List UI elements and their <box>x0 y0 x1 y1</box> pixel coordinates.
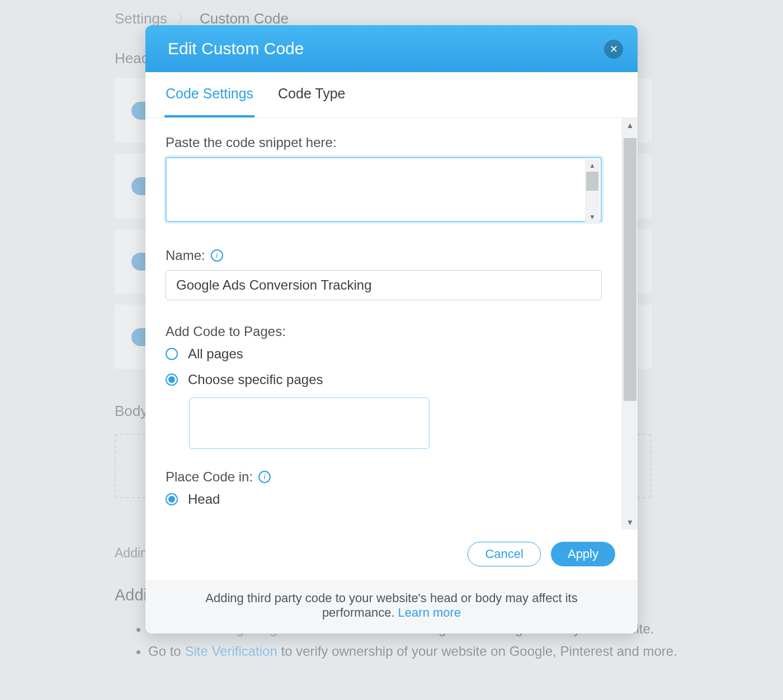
radio-place-head-label: Head <box>188 491 220 507</box>
radio-icon <box>166 493 178 505</box>
apply-button[interactable]: Apply <box>551 542 615 566</box>
paste-code-label: Paste the code snippet here: <box>166 135 602 150</box>
scroll-down-icon[interactable]: ▼ <box>626 515 634 529</box>
tab-code-settings[interactable]: Code Settings <box>164 72 254 117</box>
name-label-text: Name: <box>166 248 205 263</box>
tab-code-type[interactable]: Code Type <box>277 72 346 117</box>
modal-tabs: Code Settings Code Type <box>145 72 638 118</box>
name-input[interactable] <box>166 270 602 300</box>
radio-all-pages[interactable]: All pages <box>166 346 602 362</box>
radio-icon <box>166 348 178 360</box>
place-code-label: Place Code in: i <box>166 469 602 485</box>
radio-icon <box>166 373 178 386</box>
scroll-thumb[interactable] <box>586 172 598 191</box>
scroll-up-icon[interactable]: ▲ <box>626 118 634 133</box>
close-icon: ✕ <box>610 43 618 55</box>
code-snippet-input[interactable] <box>166 157 602 222</box>
learn-more-link[interactable]: Learn more <box>398 606 461 619</box>
radio-specific-pages-label: Choose specific pages <box>188 372 323 387</box>
info-icon[interactable]: i <box>258 471 271 483</box>
modal-title: Edit Custom Code <box>168 39 304 58</box>
modal-actions: Cancel Apply <box>145 529 638 580</box>
edit-custom-code-modal: Edit Custom Code ✕ Code Settings Code Ty… <box>145 25 638 633</box>
textarea-scrollbar[interactable]: ▲ ▼ <box>585 159 600 223</box>
footer-note-text: Adding third party code to your website'… <box>205 591 577 619</box>
scroll-up-icon[interactable]: ▲ <box>585 159 600 172</box>
modal-footer-note: Adding third party code to your website'… <box>145 580 638 633</box>
modal-scrollbar[interactable]: ▲ ▼ <box>622 118 638 529</box>
add-to-pages-label: Add Code to Pages: <box>166 324 602 339</box>
name-label: Name: i <box>166 248 602 263</box>
cancel-button[interactable]: Cancel <box>468 542 540 566</box>
close-button[interactable]: ✕ <box>604 40 623 59</box>
modal-body: Paste the code snippet here: ▲ ▼ Name: i… <box>145 118 622 529</box>
radio-place-head[interactable]: Head <box>166 491 602 507</box>
radio-all-pages-label: All pages <box>188 346 243 362</box>
info-icon[interactable]: i <box>211 249 223 262</box>
place-code-label-text: Place Code in: <box>166 469 253 485</box>
radio-specific-pages[interactable]: Choose specific pages <box>166 372 602 387</box>
specific-pages-picker[interactable] <box>189 398 430 449</box>
scroll-down-icon[interactable]: ▼ <box>585 211 600 223</box>
scroll-thumb[interactable] <box>624 138 636 401</box>
modal-header: Edit Custom Code ✕ <box>145 25 638 72</box>
